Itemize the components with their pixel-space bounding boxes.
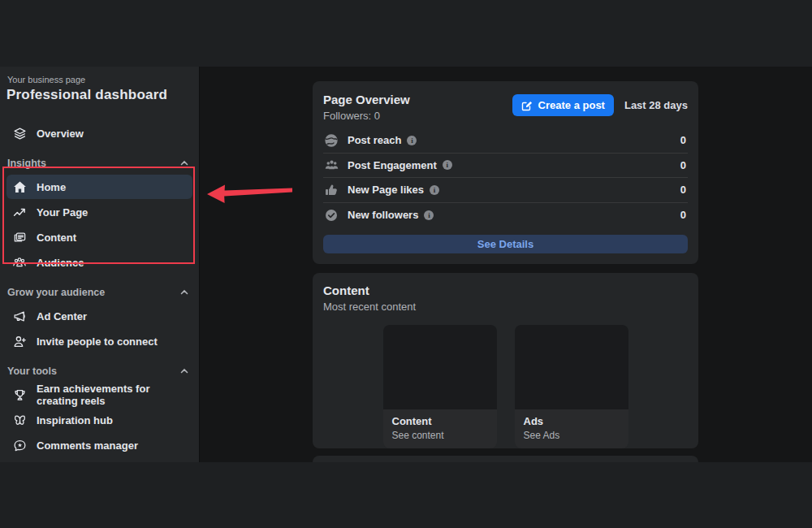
- sidebar-item-comments-manager[interactable]: Comments manager: [6, 433, 192, 457]
- sidebar-item-audience[interactable]: Audience: [6, 250, 192, 275]
- sidebar-item-label: Invite people to connect: [37, 335, 158, 348]
- create-post-button[interactable]: Create a post: [512, 94, 614, 116]
- stat-label: New Page likes: [348, 184, 424, 196]
- sidebar-item-label: Inspiration hub: [37, 414, 113, 426]
- compose-icon: [521, 100, 533, 111]
- sidebar-item-content[interactable]: Content: [6, 225, 192, 249]
- stats-list: Post reach i 0 Post Engagement i 0: [323, 128, 688, 227]
- person-add-icon: [11, 333, 28, 349]
- chevron-up-icon: [179, 366, 189, 376]
- stat-value: 0: [680, 134, 688, 146]
- sidebar-item-your-page[interactable]: Your Page: [6, 200, 192, 224]
- sidebar-item-label: Ad Center: [37, 310, 87, 322]
- chevron-up-icon: [179, 288, 189, 297]
- section-label: Insights: [7, 158, 46, 169]
- trophy-icon: [11, 387, 28, 403]
- globe-icon: [323, 132, 339, 149]
- page-overview-title: Page Overview: [323, 93, 410, 106]
- info-icon[interactable]: i: [424, 210, 434, 220]
- content-thumbnail: [383, 325, 497, 409]
- professional-dashboard-app: Your business page Professional dashboar…: [0, 67, 812, 462]
- tile-title: Ads: [524, 415, 620, 427]
- stat-value: 0: [680, 209, 688, 221]
- stat-row-post-engagement: Post Engagement i 0: [323, 154, 688, 179]
- people-icon: [323, 157, 339, 173]
- thumb-up-icon: [323, 182, 339, 198]
- butterfly-icon: [11, 412, 28, 428]
- sidebar-item-invite-people[interactable]: Invite people to connect: [6, 329, 192, 353]
- followers-count: Followers: 0: [323, 110, 410, 122]
- see-details-button[interactable]: See Details: [323, 235, 688, 253]
- sidebar-item-label: Content: [37, 232, 76, 244]
- info-icon[interactable]: i: [430, 185, 439, 195]
- people-group-icon: [11, 254, 28, 270]
- content-tile[interactable]: Content See content: [383, 325, 497, 448]
- page-overview-card: Page Overview Followers: 0 Create a post…: [313, 81, 698, 264]
- content-card: Content Most recent content Content See …: [313, 273, 698, 448]
- sidebar-section-insights[interactable]: Insights: [6, 153, 192, 174]
- sidebar-item-overview[interactable]: Overview: [6, 121, 192, 145]
- sidebar-eyebrow: Your business page: [6, 75, 192, 84]
- trend-line-icon: [11, 204, 28, 220]
- sidebar-item-label: Earn achievements for creating reels: [37, 383, 188, 407]
- section-label: Your tools: [7, 366, 57, 377]
- stat-row-post-reach: Post reach i 0: [323, 128, 688, 154]
- sidebar-item-label: Overview: [37, 128, 84, 140]
- megaphone-icon: [11, 308, 28, 324]
- sidebar-item-inspiration-hub[interactable]: Inspiration hub: [6, 408, 192, 432]
- screenshot-frame: Your business page Professional dashboar…: [0, 0, 812, 528]
- content-tiles: Content See content Ads See Ads: [323, 325, 688, 448]
- stat-value: 0: [680, 184, 688, 196]
- sidebar-section-your-tools[interactable]: Your tools: [6, 361, 192, 382]
- posts-icon: [11, 229, 28, 245]
- stat-label: New followers: [348, 209, 418, 221]
- create-post-label: Create a post: [538, 99, 605, 111]
- page-title: Professional dashboard: [6, 87, 192, 103]
- page-overview-header: Page Overview Followers: 0: [323, 93, 410, 122]
- follower-check-icon: [323, 207, 339, 223]
- stat-value: 0: [680, 159, 688, 171]
- home-icon: [11, 179, 28, 195]
- comment-star-icon: [11, 437, 28, 453]
- date-range-label: Last 28 days: [624, 99, 688, 111]
- stat-label: Post reach: [348, 134, 401, 146]
- info-icon[interactable]: i: [407, 136, 417, 145]
- sidebar-item-label: Home: [37, 181, 66, 193]
- stat-label: Post Engagement: [348, 159, 437, 171]
- sidebar-item-events[interactable]: Events: [6, 458, 192, 462]
- content-card-subtitle: Most recent content: [323, 301, 688, 313]
- sidebar-item-label: Your Page: [37, 206, 88, 219]
- sidebar-section-grow-your-audience[interactable]: Grow your audience: [6, 282, 192, 303]
- sidebar-item-label: Audience: [37, 257, 84, 269]
- sidebar-item-label: Comments manager: [37, 439, 138, 452]
- ads-tile[interactable]: Ads See Ads: [515, 325, 628, 448]
- section-label: Grow your audience: [7, 287, 105, 298]
- see-ads-link[interactable]: See Ads: [524, 430, 620, 441]
- sidebar-item-home[interactable]: Home: [6, 175, 192, 199]
- chevron-up-icon: [179, 158, 189, 168]
- stat-row-new-followers: New followers i 0: [323, 203, 688, 228]
- ads-thumbnail: [515, 325, 628, 409]
- tile-title: Content: [392, 415, 488, 427]
- sidebar-item-ad-center[interactable]: Ad Center: [6, 304, 192, 328]
- see-content-link[interactable]: See content: [392, 430, 488, 441]
- info-icon[interactable]: i: [443, 160, 452, 170]
- sidebar: Your business page Professional dashboar…: [0, 67, 200, 462]
- stat-row-new-page-likes: New Page likes i 0: [323, 178, 688, 203]
- sidebar-item-earn-achievements[interactable]: Earn achievements for creating reels: [6, 383, 192, 407]
- next-card-partial: [313, 456, 698, 462]
- layers-icon: [11, 125, 28, 141]
- content-card-title: Content: [323, 283, 688, 297]
